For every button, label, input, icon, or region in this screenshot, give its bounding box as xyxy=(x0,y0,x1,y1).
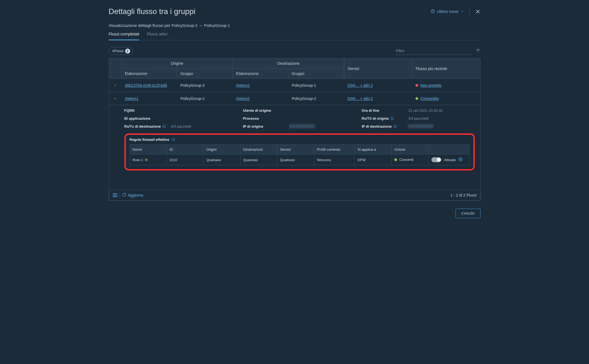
fw-rule-applies-to: DFW xyxy=(355,155,392,165)
services-link[interactable]: SSH… + altri 2 xyxy=(347,83,373,88)
th-dest-processing: Elaborazione xyxy=(233,69,288,79)
svg-rect-8 xyxy=(113,194,117,197)
tab-completed-flows[interactable]: Flussi completati xyxy=(109,32,139,40)
divider xyxy=(469,8,470,15)
fw-th-id: ID xyxy=(167,145,203,154)
fw-th-applies-to: Si applica a xyxy=(355,145,392,154)
label-rx-tx-src: Rx/TX di origine xyxy=(362,116,406,121)
label-dest-ip: IP di destinazione xyxy=(362,124,406,128)
firewall-table-header: Nome ID Origini Destinazioni Servizi Pro… xyxy=(130,145,469,154)
fw-th-action: Azione xyxy=(392,145,428,154)
close-button[interactable]: CHIUDI xyxy=(456,209,480,218)
fw-th-origins: Origini xyxy=(203,145,240,154)
value-src-ip xyxy=(290,124,362,129)
row-details: FQDN Utente di origine Ora di fine 21 se… xyxy=(109,105,480,170)
svg-rect-6 xyxy=(145,160,147,161)
fw-th-name: Nome xyxy=(130,145,167,154)
fw-th-toggle xyxy=(429,147,469,152)
origin-group-cell: PolicyGroup-2 xyxy=(177,80,233,90)
flows-chip-label: #Flussi xyxy=(112,49,124,53)
label-app-id: ID applicazione xyxy=(124,116,168,121)
rule-enabled-toggle[interactable] xyxy=(431,157,441,162)
value-end-time: 21 set 2023, 21:52:41 xyxy=(408,108,475,113)
origin-proc-link[interactable]: 45b137b5-e24f-412f-bd5 xyxy=(125,83,167,88)
fw-th-services: Servizi xyxy=(277,145,314,154)
dest-group-cell: PolicyGroup-2 xyxy=(288,94,344,103)
gear-icon[interactable] xyxy=(459,157,463,162)
page-title: Dettagli flusso tra i gruppi xyxy=(109,7,196,16)
status-dot-icon xyxy=(415,84,418,87)
redacted-value xyxy=(290,124,314,128)
divider xyxy=(120,193,120,198)
clock-icon xyxy=(431,9,435,14)
rule-toggle-label: Attivato xyxy=(444,158,456,162)
label-process: Processo xyxy=(243,116,287,121)
table-header: Origine Elaborazione Gruppo Destinazione… xyxy=(109,58,480,79)
label-end-time: Ora di fine xyxy=(362,108,406,113)
fw-rule-id: 1010 xyxy=(167,155,203,165)
firewall-section-title: Regole firewall effettive xyxy=(130,138,169,142)
status-link[interactable]: Non protetto xyxy=(420,83,442,88)
svg-point-7 xyxy=(460,159,461,160)
chevron-down-icon xyxy=(461,9,464,14)
fw-rule-origins: Qualsiasi xyxy=(203,155,240,165)
info-icon[interactable] xyxy=(390,117,394,120)
time-range-label: Ultimo mese xyxy=(437,9,459,14)
tab-active-flows[interactable]: Flussi attivi xyxy=(147,32,167,40)
th-services: Servizi xyxy=(344,58,412,79)
expand-toggle[interactable] xyxy=(109,79,122,92)
fw-th-destinations: Destinazioni xyxy=(241,145,277,154)
origin-proc-link[interactable]: rhelvm1 xyxy=(125,96,139,101)
value-dest-ip xyxy=(408,124,475,129)
tabs: Flussi completati Flussi attivi xyxy=(109,32,481,40)
table-row: rhelvm1 PolicyGroup-1 rhelvm2 PolicyGrou… xyxy=(109,92,480,105)
fw-rule-action: Consenti xyxy=(399,158,413,162)
services-link[interactable]: SSH… + altri 2 xyxy=(347,96,373,101)
status-dot-icon xyxy=(415,97,418,100)
fw-rule-context: Nessuno xyxy=(314,155,355,165)
th-latest-flow: Flusso più recente xyxy=(412,58,480,79)
fw-rule-destinations: Qualsiasi xyxy=(241,155,277,165)
th-dest-group-col: Gruppo xyxy=(288,69,344,79)
time-range-dropdown[interactable]: Ultimo mese xyxy=(431,9,464,14)
label-fqdn: FQDN xyxy=(124,108,168,113)
label-rx-tx-dest: Rx/Tx di destinazione xyxy=(124,124,168,128)
column-toggle-icon[interactable] xyxy=(113,193,118,198)
table-row: 45b137b5-e24f-412f-bd5 PolicyGroup-2 rhe… xyxy=(109,79,480,92)
th-origin: Origine xyxy=(122,58,233,69)
subheading: Visualizzazione dettagli flusso per Poli… xyxy=(109,18,481,32)
close-icon[interactable] xyxy=(475,9,481,14)
th-origin-group-col: Gruppo xyxy=(177,69,233,79)
redacted-value xyxy=(408,124,433,128)
dest-group-cell: PolicyGroup-1 xyxy=(288,80,344,90)
info-icon[interactable] xyxy=(162,125,166,128)
origin-group-cell: PolicyGroup-1 xyxy=(177,94,233,103)
value-rx-tx-dest: 4/3 pacchetti xyxy=(171,124,243,128)
pager-text: 1 - 2 di 2 Flussi xyxy=(451,193,477,197)
filter-icon[interactable] xyxy=(476,48,481,54)
fw-rule-name: Rule-1 xyxy=(133,158,143,162)
refresh-label: Aggiorna xyxy=(128,193,143,197)
firewall-rules-section: Regole firewall effettive Nome ID Origin… xyxy=(124,133,475,170)
dest-proc-link[interactable]: rhelvm1 xyxy=(236,83,250,88)
refresh-icon xyxy=(122,193,126,198)
refresh-link[interactable]: Aggiorna xyxy=(122,193,143,198)
svg-rect-5 xyxy=(145,159,147,160)
filter-input[interactable] xyxy=(395,47,472,55)
info-icon[interactable] xyxy=(393,125,397,128)
label-src-user: Utente di origine xyxy=(243,108,287,113)
expand-toggle[interactable] xyxy=(109,92,122,105)
dest-proc-link[interactable]: rhelvm2 xyxy=(236,96,250,101)
status-link[interactable]: Consentito xyxy=(420,96,439,101)
value-rx-tx-src: 3/4 pacchetti xyxy=(408,116,475,121)
th-origin-processing: Elaborazione xyxy=(122,69,177,79)
action-dot-icon xyxy=(394,158,397,161)
th-dest: Destinazione xyxy=(233,58,344,69)
fw-rule-services: Qualsiasi xyxy=(277,155,314,165)
flows-chip-count: 2 xyxy=(125,49,130,54)
info-icon[interactable] xyxy=(172,138,175,141)
rule-stack-icon xyxy=(145,158,148,161)
firewall-rule-row: Rule-1 1010 Qualsiasi Qualsiasi Qualsias… xyxy=(130,154,469,165)
fw-th-context: Profili contesto xyxy=(314,145,355,154)
flows-chip[interactable]: #Flussi 2 xyxy=(109,47,133,55)
